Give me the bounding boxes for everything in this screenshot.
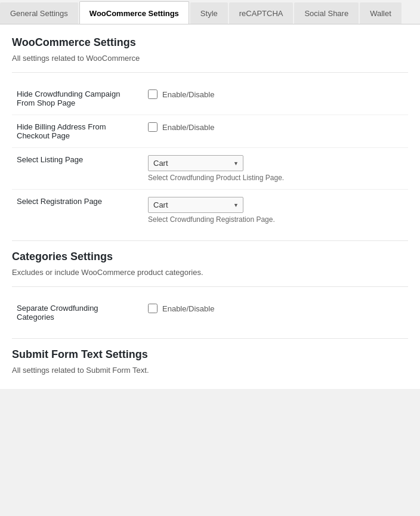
listing-page-select-wrapper: Cart <box>148 155 243 171</box>
submit-form-section-header: Submit Form Text Settings All settings r… <box>12 348 408 375</box>
hide-campaign-checkbox-row: Enable/Disable <box>148 89 403 99</box>
table-row: Hide Billing Address From Checkout Page … <box>12 115 408 148</box>
section-divider-2 <box>12 240 408 241</box>
hide-campaign-checkbox[interactable] <box>148 89 158 99</box>
registration-page-select-wrapper: Cart <box>148 197 243 213</box>
tabs-bar: General Settings WooCommerce Settings St… <box>0 0 420 24</box>
field-label-hide-campaign: Hide Crowdfunding Campaign From Shop Pag… <box>17 89 120 107</box>
section-divider-4 <box>12 338 408 339</box>
woocommerce-settings-table: Hide Crowdfunding Campaign From Shop Pag… <box>12 82 408 231</box>
separate-categories-checkbox-label: Enable/Disable <box>162 304 214 313</box>
registration-page-select[interactable]: Cart <box>148 197 243 213</box>
field-label-listing-page: Select Listing Page <box>17 155 83 164</box>
registration-page-hint: Select Crowdfunding Registration Page. <box>148 215 403 224</box>
table-row: Separate Crowdfunding Categories Enable/… <box>12 296 408 329</box>
listing-page-select[interactable]: Cart <box>148 155 243 171</box>
submit-form-subtitle: All settings related to Submit Form Text… <box>12 366 408 375</box>
hide-billing-checkbox-label: Enable/Disable <box>162 123 214 132</box>
categories-subtitle: Excludes or include WooCommerce product … <box>12 268 408 277</box>
field-label-separate-categories: Separate Crowdfunding Categories <box>17 304 98 322</box>
separate-categories-checkbox[interactable] <box>148 304 158 313</box>
tab-style[interactable]: Style <box>190 2 228 24</box>
listing-page-hint: Select Crowdfunding Product Listing Page… <box>148 174 403 182</box>
hide-campaign-checkbox-label: Enable/Disable <box>162 90 214 99</box>
tab-social-share[interactable]: Social Share <box>294 2 359 24</box>
categories-title: Categories Settings <box>12 251 408 263</box>
field-label-registration-page: Select Registration Page <box>17 197 102 206</box>
tab-wallet[interactable]: Wallet <box>360 2 402 24</box>
hide-billing-checkbox[interactable] <box>148 122 158 132</box>
field-label-hide-billing: Hide Billing Address From Checkout Page <box>17 122 106 140</box>
table-row: Select Registration Page Cart Select Cro… <box>12 190 408 231</box>
tab-recaptcha[interactable]: reCAPTCHA <box>229 2 294 24</box>
table-row: Select Listing Page Cart Select Crowdfun… <box>12 148 408 190</box>
tab-woocommerce-settings[interactable]: WooCommerce Settings <box>79 1 189 24</box>
page-title: WooCommerce Settings <box>12 36 408 49</box>
categories-settings-table: Separate Crowdfunding Categories Enable/… <box>12 296 408 329</box>
categories-section-header: Categories Settings Excludes or include … <box>12 251 408 277</box>
table-row: Hide Crowdfunding Campaign From Shop Pag… <box>12 82 408 115</box>
separate-categories-checkbox-row: Enable/Disable <box>148 304 403 313</box>
section-divider-1 <box>12 72 408 73</box>
submit-form-title: Submit Form Text Settings <box>12 348 408 361</box>
woocommerce-section-header: WooCommerce Settings All settings relate… <box>12 36 408 63</box>
tab-general-settings[interactable]: General Settings <box>0 2 78 24</box>
page-subtitle: All settings related to WooCommerce <box>12 54 408 63</box>
content-area: WooCommerce Settings All settings relate… <box>0 24 420 389</box>
section-divider-3 <box>12 286 408 287</box>
hide-billing-checkbox-row: Enable/Disable <box>148 122 403 132</box>
